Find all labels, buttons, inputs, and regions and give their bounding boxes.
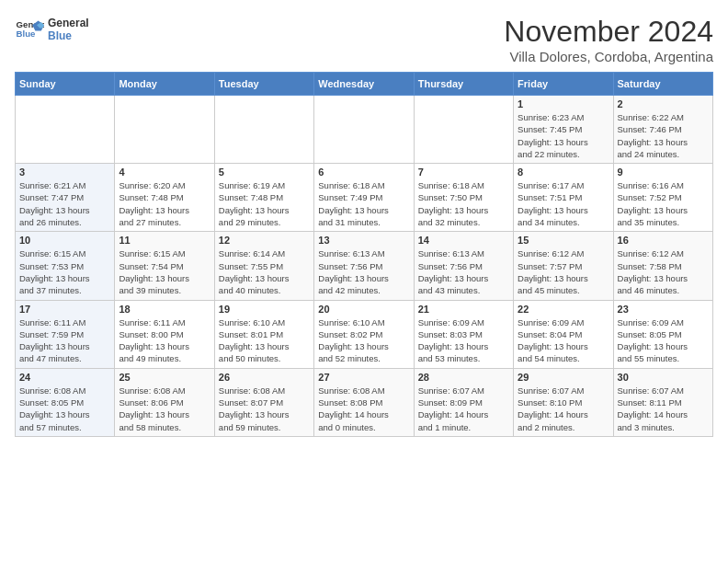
calendar-week-1: 1Sunrise: 6:23 AMSunset: 7:45 PMDaylight… [16, 96, 713, 164]
calendar-table: Sunday Monday Tuesday Wednesday Thursday… [15, 72, 713, 437]
day-number: 7 [418, 167, 509, 178]
calendar-cell: 16Sunrise: 6:12 AMSunset: 7:58 PMDayligh… [613, 232, 712, 300]
header-saturday: Saturday [613, 73, 712, 96]
day-number: 1 [518, 98, 609, 109]
day-info: Sunrise: 6:17 AMSunset: 7:51 PMDaylight:… [518, 179, 609, 228]
day-info: Sunrise: 6:08 AMSunset: 8:05 PMDaylight:… [19, 385, 110, 433]
day-info: Sunrise: 6:09 AMSunset: 8:03 PMDaylight:… [418, 316, 509, 365]
day-number: 8 [518, 167, 609, 178]
day-info: Sunrise: 6:21 AMSunset: 7:47 PMDaylight:… [19, 179, 110, 228]
day-number: 22 [518, 304, 609, 315]
day-number: 18 [119, 304, 210, 315]
header-row: Sunday Monday Tuesday Wednesday Thursday… [16, 73, 713, 96]
day-info: Sunrise: 6:15 AMSunset: 7:54 PMDaylight:… [119, 247, 210, 296]
day-number: 5 [219, 167, 310, 178]
calendar-week-3: 10Sunrise: 6:15 AMSunset: 7:53 PMDayligh… [16, 232, 713, 300]
calendar-cell: 27Sunrise: 6:08 AMSunset: 8:08 PMDayligh… [314, 368, 414, 436]
day-number: 26 [219, 372, 310, 383]
calendar-cell: 28Sunrise: 6:07 AMSunset: 8:09 PMDayligh… [414, 368, 513, 436]
day-number: 15 [518, 235, 609, 246]
calendar-cell: 18Sunrise: 6:11 AMSunset: 8:00 PMDayligh… [115, 300, 214, 368]
calendar-cell: 7Sunrise: 6:18 AMSunset: 7:50 PMDaylight… [414, 164, 513, 232]
day-info: Sunrise: 6:08 AMSunset: 8:07 PMDaylight:… [219, 385, 310, 433]
calendar-cell: 10Sunrise: 6:15 AMSunset: 7:53 PMDayligh… [16, 232, 115, 300]
calendar-cell [115, 96, 214, 164]
day-info: Sunrise: 6:12 AMSunset: 7:58 PMDaylight:… [618, 247, 709, 296]
header-thursday: Thursday [414, 73, 513, 96]
calendar-cell: 3Sunrise: 6:21 AMSunset: 7:47 PMDaylight… [16, 164, 115, 232]
calendar-cell: 14Sunrise: 6:13 AMSunset: 7:56 PMDayligh… [414, 232, 513, 300]
day-info: Sunrise: 6:19 AMSunset: 7:48 PMDaylight:… [219, 179, 310, 228]
day-info: Sunrise: 6:07 AMSunset: 8:11 PMDaylight:… [618, 385, 709, 433]
calendar-cell: 30Sunrise: 6:07 AMSunset: 8:11 PMDayligh… [613, 368, 712, 436]
calendar-header: Sunday Monday Tuesday Wednesday Thursday… [16, 73, 713, 96]
calendar-cell: 22Sunrise: 6:09 AMSunset: 8:04 PMDayligh… [514, 300, 613, 368]
calendar-cell: 8Sunrise: 6:17 AMSunset: 7:51 PMDaylight… [514, 164, 613, 232]
day-number: 20 [318, 304, 409, 315]
calendar-cell [214, 96, 313, 164]
logo-general: General [48, 17, 89, 29]
month-year-title: November 2024 [504, 15, 713, 49]
header-friday: Friday [514, 73, 613, 96]
calendar-body: 1Sunrise: 6:23 AMSunset: 7:45 PMDaylight… [16, 96, 713, 437]
day-info: Sunrise: 6:16 AMSunset: 7:52 PMDaylight:… [618, 179, 709, 228]
day-number: 10 [19, 235, 110, 246]
day-number: 4 [119, 167, 210, 178]
location-subtitle: Villa Dolores, Cordoba, Argentina [504, 49, 713, 64]
day-number: 9 [618, 167, 709, 178]
day-info: Sunrise: 6:10 AMSunset: 8:01 PMDaylight:… [219, 316, 310, 365]
day-info: Sunrise: 6:18 AMSunset: 7:49 PMDaylight:… [318, 179, 409, 228]
calendar-cell: 21Sunrise: 6:09 AMSunset: 8:03 PMDayligh… [414, 300, 513, 368]
calendar-week-5: 24Sunrise: 6:08 AMSunset: 8:05 PMDayligh… [16, 368, 713, 436]
calendar-cell: 4Sunrise: 6:20 AMSunset: 7:48 PMDaylight… [115, 164, 214, 232]
calendar-cell: 9Sunrise: 6:16 AMSunset: 7:52 PMDaylight… [613, 164, 712, 232]
calendar-cell [314, 96, 414, 164]
day-number: 27 [318, 372, 409, 383]
day-info: Sunrise: 6:13 AMSunset: 7:56 PMDaylight:… [318, 247, 409, 296]
calendar-cell: 13Sunrise: 6:13 AMSunset: 7:56 PMDayligh… [314, 232, 414, 300]
svg-text:Blue: Blue [17, 29, 36, 39]
title-block: November 2024 Villa Dolores, Cordoba, Ar… [504, 15, 713, 64]
header-monday: Monday [115, 73, 214, 96]
day-number: 14 [418, 235, 509, 246]
calendar-cell: 25Sunrise: 6:08 AMSunset: 8:06 PMDayligh… [115, 368, 214, 436]
day-info: Sunrise: 6:11 AMSunset: 7:59 PMDaylight:… [19, 316, 110, 365]
calendar-cell: 23Sunrise: 6:09 AMSunset: 8:05 PMDayligh… [613, 300, 712, 368]
day-number: 3 [19, 167, 110, 178]
day-info: Sunrise: 6:07 AMSunset: 8:09 PMDaylight:… [418, 385, 509, 433]
calendar-week-2: 3Sunrise: 6:21 AMSunset: 7:47 PMDaylight… [16, 164, 713, 232]
header-tuesday: Tuesday [214, 73, 313, 96]
day-info: Sunrise: 6:15 AMSunset: 7:53 PMDaylight:… [19, 247, 110, 296]
day-number: 12 [219, 235, 310, 246]
day-number: 6 [318, 167, 409, 178]
calendar-cell [16, 96, 115, 164]
calendar-cell: 20Sunrise: 6:10 AMSunset: 8:02 PMDayligh… [314, 300, 414, 368]
day-number: 2 [618, 98, 709, 109]
day-info: Sunrise: 6:08 AMSunset: 8:06 PMDaylight:… [119, 385, 210, 433]
day-info: Sunrise: 6:10 AMSunset: 8:02 PMDaylight:… [318, 316, 409, 365]
day-info: Sunrise: 6:07 AMSunset: 8:10 PMDaylight:… [518, 385, 609, 433]
day-number: 24 [19, 372, 110, 383]
day-number: 11 [119, 235, 210, 246]
calendar-cell: 2Sunrise: 6:22 AMSunset: 7:46 PMDaylight… [613, 96, 712, 164]
calendar-cell: 19Sunrise: 6:10 AMSunset: 8:01 PMDayligh… [214, 300, 313, 368]
day-info: Sunrise: 6:23 AMSunset: 7:45 PMDaylight:… [518, 111, 609, 160]
calendar-cell: 11Sunrise: 6:15 AMSunset: 7:54 PMDayligh… [115, 232, 214, 300]
day-number: 28 [418, 372, 509, 383]
day-number: 17 [19, 304, 110, 315]
day-info: Sunrise: 6:18 AMSunset: 7:50 PMDaylight:… [418, 179, 509, 228]
logo-blue: Blue [48, 29, 89, 42]
calendar-cell: 24Sunrise: 6:08 AMSunset: 8:05 PMDayligh… [16, 368, 115, 436]
calendar-cell: 17Sunrise: 6:11 AMSunset: 7:59 PMDayligh… [16, 300, 115, 368]
header-wednesday: Wednesday [314, 73, 414, 96]
day-number: 29 [518, 372, 609, 383]
day-info: Sunrise: 6:20 AMSunset: 7:48 PMDaylight:… [119, 179, 210, 228]
day-info: Sunrise: 6:12 AMSunset: 7:57 PMDaylight:… [518, 247, 609, 296]
day-info: Sunrise: 6:14 AMSunset: 7:55 PMDaylight:… [219, 247, 310, 296]
day-info: Sunrise: 6:11 AMSunset: 8:00 PMDaylight:… [119, 316, 210, 365]
logo: General Blue General Blue [15, 15, 89, 44]
header-sunday: Sunday [16, 73, 115, 96]
day-number: 21 [418, 304, 509, 315]
calendar-cell: 15Sunrise: 6:12 AMSunset: 7:57 PMDayligh… [514, 232, 613, 300]
day-number: 30 [618, 372, 709, 383]
